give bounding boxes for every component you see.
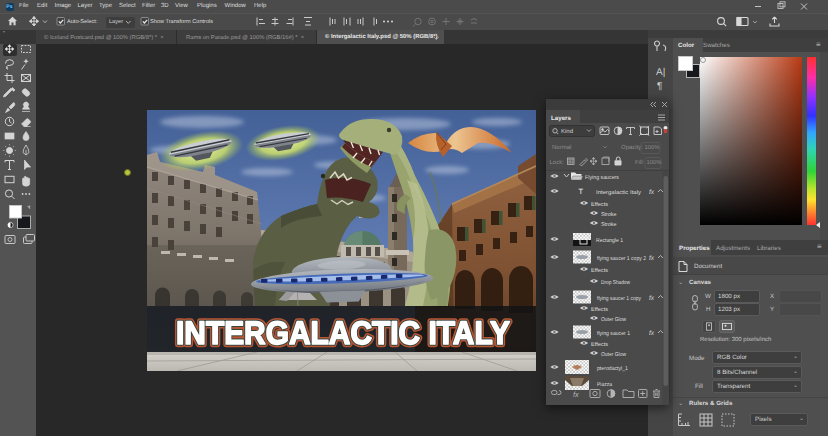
- svg-text:Rectangle 1: Rectangle 1: [596, 237, 623, 244]
- svg-text:A|: A|: [656, 67, 665, 78]
- svg-text:Opacity:: Opacity:: [621, 144, 643, 151]
- svg-text:Effects: Effects: [591, 341, 608, 348]
- svg-text:INTERGALACTIC ITALY: INTERGALACTIC ITALY: [176, 315, 510, 351]
- svg-text:fx: fx: [649, 189, 655, 196]
- svg-text:100%: 100%: [645, 144, 660, 151]
- svg-text:Normal: Normal: [552, 144, 571, 151]
- svg-text:flying saucer 1 copy 2: flying saucer 1 copy 2: [597, 255, 646, 262]
- svg-text:Effects: Effects: [591, 306, 608, 313]
- svg-text:Fill:: Fill:: [635, 159, 645, 166]
- svg-text:fx: fx: [649, 295, 655, 302]
- svg-text:pterodactyl_1: pterodactyl_1: [597, 365, 628, 372]
- svg-text:flying saucer 1 copy: flying saucer 1 copy: [597, 295, 641, 302]
- svg-text:Stroke: Stroke: [601, 211, 617, 218]
- svg-text:T: T: [579, 187, 584, 196]
- svg-text:Drop Shadow: Drop Shadow: [601, 279, 631, 286]
- svg-text:¶: ¶: [657, 81, 662, 92]
- svg-text:Flying saucers: Flying saucers: [585, 174, 619, 181]
- svg-text:Lock:: Lock:: [550, 159, 565, 166]
- svg-text:Effects: Effects: [591, 267, 608, 274]
- svg-text:Stroke: Stroke: [601, 221, 617, 228]
- svg-text:fx: fx: [573, 390, 579, 399]
- svg-text:Layers: Layers: [551, 115, 572, 122]
- svg-text:Piazza: Piazza: [597, 381, 613, 388]
- svg-text:fx: fx: [649, 330, 655, 337]
- svg-text:fx: fx: [649, 255, 655, 262]
- svg-text:flying saucer 1: flying saucer 1: [597, 330, 630, 337]
- svg-text:Kind: Kind: [561, 128, 573, 135]
- svg-text:Outer Glow: Outer Glow: [601, 316, 627, 323]
- svg-text:Intergalactic Italy: Intergalactic Italy: [596, 189, 641, 196]
- svg-text:Outer Glow: Outer Glow: [601, 351, 627, 358]
- svg-text:Effects: Effects: [591, 201, 608, 208]
- svg-text:100%: 100%: [647, 159, 662, 166]
